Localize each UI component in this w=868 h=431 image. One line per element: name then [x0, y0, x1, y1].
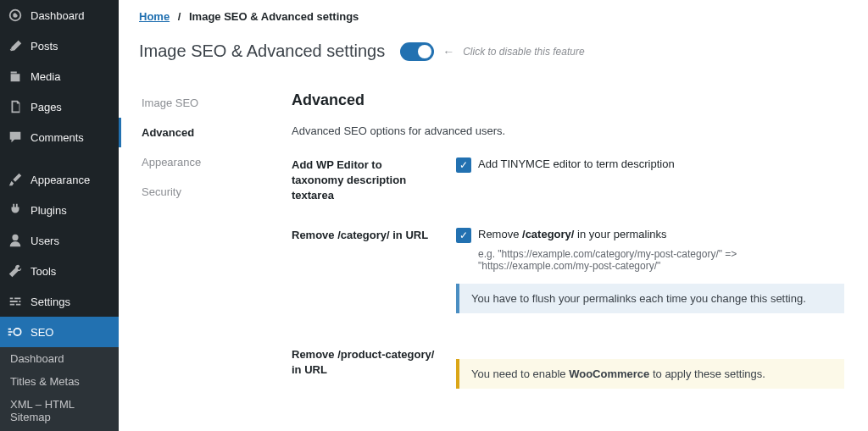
sidebar-item-posts[interactable]: Posts — [0, 30, 119, 61]
checkbox-icon: ✓ — [456, 157, 471, 173]
wrench-icon — [7, 262, 24, 279]
submenu-titles-metas[interactable]: Titles & Metas — [0, 370, 119, 393]
sidebar-label: SEO — [31, 326, 53, 339]
user-icon — [7, 232, 24, 249]
svg-point-0 — [14, 329, 20, 335]
sidebar-label: Plugins — [31, 204, 67, 217]
submenu-sitemap[interactable]: XML – HTML Sitemap — [0, 393, 119, 428]
field-wp-editor: Add WP Editor to taxonomy description te… — [292, 157, 844, 204]
sliders-icon — [7, 293, 24, 310]
sidebar-item-dashboard[interactable]: Dashboard — [0, 0, 119, 30]
arrow-left-icon: ← — [442, 45, 454, 58]
pin-icon — [7, 37, 24, 54]
comments-icon — [7, 129, 24, 146]
sidebar-label: Posts — [31, 40, 58, 52]
breadcrumb-home-link[interactable]: Home — [139, 10, 170, 23]
field-label: Remove /product-category/ in URL — [292, 347, 436, 389]
feature-toggle[interactable] — [400, 42, 434, 61]
admin-sidebar: Dashboard Posts Media Pages Comments App… — [0, 0, 119, 431]
sidebar-item-comments[interactable]: Comments — [0, 122, 119, 152]
notice-woocommerce: You need to enable WooCommerce to apply … — [456, 359, 844, 389]
sidebar-item-media[interactable]: Media — [0, 61, 119, 91]
sidebar-item-appearance[interactable]: Appearance — [0, 164, 119, 195]
field-hint: e.g. "https://example.com/category/my-po… — [478, 248, 844, 272]
sidebar-item-pages[interactable]: Pages — [0, 91, 119, 122]
breadcrumb-separator: / — [178, 10, 181, 23]
tab-security[interactable]: Security — [119, 177, 271, 207]
settings-tabs: Image SEO Advanced Appearance Security — [119, 76, 271, 428]
sidebar-label: Appearance — [31, 174, 90, 186]
sidebar-item-settings[interactable]: Settings — [0, 286, 119, 317]
sidebar-item-tools[interactable]: Tools — [0, 256, 119, 286]
settings-layout: Image SEO Advanced Appearance Security A… — [119, 76, 868, 428]
page-header: Image SEO & Advanced settings ← Click to… — [119, 33, 868, 76]
panel-description: Advanced SEO options for advanced users. — [292, 124, 844, 137]
pages-icon — [7, 98, 24, 115]
sidebar-label: Comments — [31, 131, 84, 144]
page-title: Image SEO & Advanced settings — [139, 41, 385, 61]
sidebar-label: Users — [31, 235, 59, 247]
checkbox-label: Add TINYMCE editor to term description — [478, 157, 675, 170]
settings-panel: Advanced Advanced SEO options for advanc… — [271, 76, 868, 428]
checkbox-tinymce[interactable]: ✓ Add TINYMCE editor to term description — [456, 157, 844, 173]
sidebar-label: Tools — [31, 265, 56, 278]
media-icon — [7, 68, 24, 85]
toggle-hint: Click to disable this feature — [463, 46, 584, 58]
sidebar-item-users[interactable]: Users — [0, 225, 119, 256]
sidebar-label: Dashboard — [31, 9, 85, 22]
field-remove-category: Remove /category/ in URL ✓ Remove /categ… — [292, 228, 844, 313]
tab-image-seo[interactable]: Image SEO — [119, 88, 271, 118]
dashboard-icon — [7, 7, 24, 24]
tab-advanced[interactable]: Advanced — [119, 118, 271, 147]
checkbox-label: Remove /category/ in your permalinks — [478, 228, 667, 240]
sidebar-item-seo[interactable]: SEO — [0, 317, 119, 347]
toggle-knob — [418, 45, 431, 58]
seo-submenu: Dashboard Titles & Metas XML – HTML Site… — [0, 347, 119, 431]
sidebar-item-plugins[interactable]: Plugins — [0, 195, 119, 225]
checkbox-icon: ✓ — [456, 228, 471, 243]
sidebar-label: Pages — [31, 101, 62, 113]
notice-flush-permalinks: You have to flush your permalinks each t… — [456, 284, 844, 313]
breadcrumb-current: Image SEO & Advanced settings — [189, 10, 359, 23]
panel-title: Advanced — [292, 91, 844, 109]
brush-icon — [7, 171, 24, 188]
field-remove-product-category: Remove /product-category/ in URL You nee… — [292, 347, 844, 389]
tab-appearance[interactable]: Appearance — [119, 147, 271, 177]
field-label: Remove /category/ in URL — [292, 228, 436, 313]
sidebar-label: Media — [31, 70, 60, 83]
seo-icon — [7, 323, 24, 340]
breadcrumb: Home / Image SEO & Advanced settings — [119, 0, 868, 33]
feature-toggle-wrap: ← Click to disable this feature — [400, 42, 584, 61]
main-content: Home / Image SEO & Advanced settings Ima… — [119, 0, 868, 431]
plug-icon — [7, 202, 24, 218]
field-label: Add WP Editor to taxonomy description te… — [292, 157, 436, 204]
checkbox-remove-category[interactable]: ✓ Remove /category/ in your permalinks — [456, 228, 844, 243]
sidebar-label: Settings — [31, 296, 70, 308]
submenu-dashboard[interactable]: Dashboard — [0, 347, 119, 370]
